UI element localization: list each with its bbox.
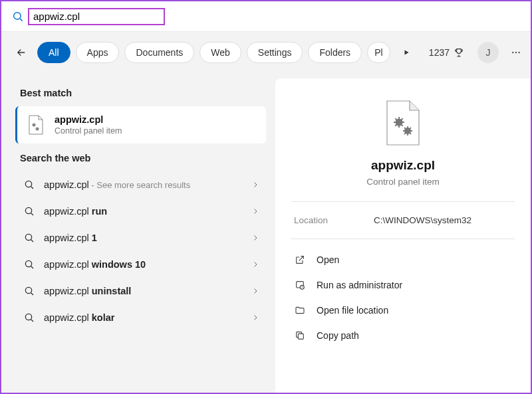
web-result-text: appwiz.cpl 1 [44, 233, 242, 243]
action-open-label: Open [317, 254, 339, 265]
web-result-text: appwiz.cpl run [44, 206, 242, 217]
web-result-text: appwiz.cpl windows 10 [44, 259, 242, 270]
web-result-item[interactable]: appwiz.cpl kolar [17, 304, 266, 331]
chevron-right-icon [251, 287, 259, 295]
results-column: Best match appwiz.cpl Control panel item… [1, 73, 275, 393]
svg-line-12 [31, 240, 33, 242]
search-icon [24, 286, 35, 296]
filter-more-truncated[interactable]: Pl [367, 42, 390, 63]
chevron-right-icon [251, 314, 259, 322]
back-button[interactable] [11, 42, 32, 63]
svg-line-1 [20, 19, 23, 21]
search-icon [12, 11, 24, 23]
filter-bar: All Apps Documents Web Settings Folders … [1, 32, 531, 73]
rewards-points[interactable]: 1237 [429, 47, 464, 58]
search-input[interactable] [33, 11, 160, 22]
svg-point-2 [512, 52, 513, 53]
svg-point-5 [33, 124, 36, 127]
action-file-location[interactable]: Open file location [291, 298, 515, 323]
web-result-item[interactable]: appwiz.cpl - See more search results [17, 171, 266, 198]
open-icon [294, 254, 306, 265]
svg-point-9 [25, 207, 31, 213]
svg-point-17 [25, 314, 31, 320]
web-result-text: appwiz.cpl kolar [44, 312, 242, 323]
location-label: Location [294, 215, 374, 225]
filter-apps[interactable]: Apps [76, 42, 120, 63]
svg-point-3 [515, 52, 517, 53]
action-run-admin[interactable]: Run as administrator [291, 272, 515, 298]
chevron-right-icon [251, 181, 259, 189]
search-bar [1, 1, 531, 32]
action-file-loc-label: Open file location [317, 305, 388, 316]
svg-point-4 [518, 52, 519, 53]
filter-overflow-arrow-icon[interactable] [396, 49, 417, 56]
web-result-item[interactable]: appwiz.cpl windows 10 [17, 251, 266, 278]
copy-icon [294, 330, 306, 341]
detail-panel: appwiz.cpl Control panel item Location C… [275, 78, 531, 393]
svg-line-14 [31, 266, 33, 268]
chevron-right-icon [251, 207, 259, 215]
detail-title: appwiz.cpl [291, 158, 515, 173]
svg-point-6 [36, 128, 39, 131]
web-result-text: appwiz.cpl - See more search results [44, 179, 242, 190]
best-match-subtitle: Control panel item [55, 126, 122, 136]
web-result-item[interactable]: appwiz.cpl uninstall [17, 278, 266, 304]
web-result-item[interactable]: appwiz.cpl 1 [17, 225, 266, 251]
action-copy-path-label: Copy path [317, 330, 359, 341]
web-result-text: appwiz.cpl uninstall [44, 286, 242, 296]
folder-icon [294, 305, 306, 316]
search-icon [24, 312, 35, 323]
search-icon [24, 259, 35, 270]
best-match-title: appwiz.cpl [55, 114, 122, 125]
location-row: Location C:\WINDOWS\system32 [291, 202, 515, 239]
file-gears-icon [27, 116, 45, 134]
svg-rect-23 [298, 334, 303, 339]
action-open[interactable]: Open [291, 247, 515, 272]
svg-point-15 [25, 287, 31, 293]
action-admin-label: Run as administrator [317, 280, 402, 290]
filter-all[interactable]: All [37, 42, 70, 63]
search-icon [24, 233, 35, 243]
filter-documents[interactable]: Documents [124, 42, 194, 63]
section-search-web: Search the web [20, 153, 266, 163]
svg-point-11 [25, 234, 31, 240]
chevron-right-icon [251, 234, 259, 242]
trophy-icon [454, 47, 464, 58]
location-value: C:\WINDOWS\system32 [374, 215, 471, 225]
rewards-value: 1237 [429, 47, 450, 58]
svg-line-8 [31, 187, 33, 189]
main-content: Best match appwiz.cpl Control panel item… [1, 73, 531, 393]
search-input-highlight [28, 8, 165, 25]
section-best-match: Best match [20, 88, 266, 98]
svg-point-7 [25, 181, 31, 187]
shield-admin-icon [294, 280, 306, 290]
svg-line-16 [31, 293, 33, 295]
svg-point-13 [25, 260, 31, 266]
detail-subtitle: Control panel item [291, 177, 515, 187]
chevron-right-icon [251, 260, 259, 268]
web-result-item[interactable]: appwiz.cpl run [17, 198, 266, 225]
svg-line-10 [31, 213, 33, 215]
filter-settings[interactable]: Settings [247, 42, 303, 63]
detail-file-icon [384, 100, 422, 146]
actions-list: Open Run as administrator Open file loca… [291, 239, 515, 356]
search-icon [24, 179, 35, 190]
user-avatar[interactable]: J [477, 42, 499, 63]
action-copy-path[interactable]: Copy path [291, 323, 515, 348]
best-match-item[interactable]: appwiz.cpl Control panel item [15, 106, 266, 144]
svg-line-18 [31, 320, 33, 322]
filter-folders[interactable]: Folders [308, 42, 362, 63]
search-icon [24, 206, 35, 217]
more-menu-icon[interactable] [511, 47, 521, 58]
svg-point-0 [14, 12, 21, 19]
filter-web[interactable]: Web [200, 42, 241, 63]
